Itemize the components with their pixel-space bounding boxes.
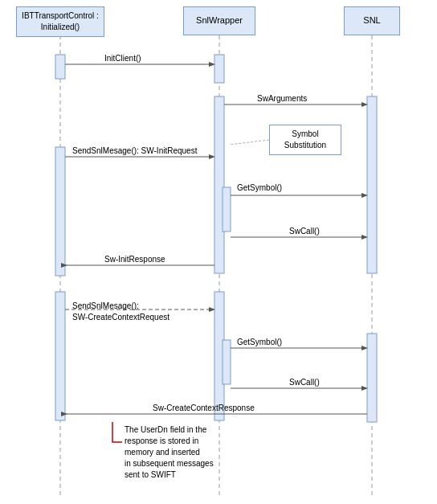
svg-rect-11 [223, 187, 231, 232]
svg-rect-3 [55, 55, 65, 79]
actor-ibt: IBTTransportControl : Initialized() [16, 6, 104, 37]
svg-rect-5 [55, 292, 65, 420]
msg-swcall2: SwCall() [289, 378, 320, 387]
svg-rect-9 [367, 96, 377, 273]
msg-initresponse: Sw-InitResponse [104, 255, 165, 264]
svg-rect-12 [223, 340, 231, 384]
svg-rect-7 [214, 96, 224, 273]
msg-sendcontext: SendSnlMesage(): SW-CreateContextRequest [72, 289, 169, 323]
msg-initclient: InitClient() [104, 54, 141, 63]
msg-createcontextresponse: Sw-CreateContextResponse [153, 404, 255, 412]
msg-getsymbol2: GetSymbol() [237, 338, 282, 346]
svg-rect-10 [367, 334, 377, 422]
msg-getsymbol1: GetSymbol() [237, 183, 282, 192]
msg-swcall1: SwCall() [289, 227, 320, 236]
actor-snl: SNL [344, 6, 400, 35]
actor-snlwrapper: SnlWrapper [183, 6, 255, 35]
svg-line-15 [229, 140, 269, 145]
msg-sendinit: SendSnlMesage(): SW-InitRequest [72, 146, 197, 155]
svg-rect-4 [55, 147, 65, 276]
footnote-text: The UserDn field in the response is stor… [125, 424, 214, 481]
msg-swarguments: SwArguments [257, 94, 307, 103]
sequence-diagram: IBTTransportControl : Initialized() SnlW… [0, 0, 437, 504]
symbol-substitution-note: Symbol Substitution [269, 125, 341, 155]
svg-rect-6 [214, 55, 224, 83]
